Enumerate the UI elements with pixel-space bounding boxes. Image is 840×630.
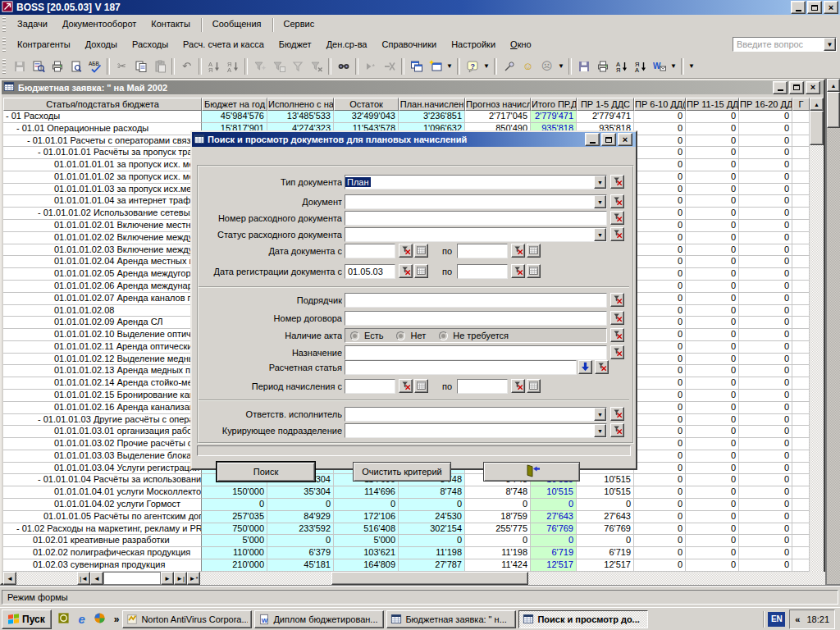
value-cell[interactable]: 0 bbox=[634, 184, 686, 196]
window-close-button[interactable]: × bbox=[806, 81, 820, 94]
menu-item[interactable]: Контакты bbox=[144, 16, 198, 32]
horizontal-scrollbar-thumb[interactable] bbox=[331, 572, 528, 585]
value-cell[interactable]: 10'515 bbox=[577, 486, 634, 499]
value-cell[interactable]: 0 bbox=[686, 220, 739, 232]
value-cell[interactable]: 0 bbox=[686, 511, 739, 523]
budget-item-cell[interactable]: 01.01.01.01.02 за пропуск исх. ме bbox=[3, 171, 202, 184]
value-cell[interactable]: 8'748 bbox=[465, 486, 531, 499]
scrollbar-thumb[interactable] bbox=[810, 111, 824, 145]
budget-item-cell[interactable]: 01.01.01.02.07 Аренда каналов пе bbox=[3, 293, 202, 305]
budget-item-cell[interactable]: - 01.02 Расходы на маркетинг, рекламу и … bbox=[3, 523, 202, 536]
clear-criteria-button[interactable]: Очистить критерий bbox=[353, 462, 451, 482]
column-header[interactable]: ПР 6-10 ДД( bbox=[634, 98, 686, 111]
new-record-icon[interactable]: ►* bbox=[187, 572, 200, 585]
filter-form-button[interactable] bbox=[269, 57, 288, 75]
menu-item[interactable]: Документооборот bbox=[55, 16, 144, 32]
menu-item[interactable]: Расч. счета и касса bbox=[176, 36, 272, 52]
clear-field-button[interactable] bbox=[610, 423, 624, 437]
value-cell[interactable]: 27'643 bbox=[531, 511, 577, 523]
value-cell[interactable]: 0 bbox=[686, 438, 739, 450]
clear-field-button[interactable] bbox=[610, 407, 624, 421]
record-number-box[interactable] bbox=[103, 572, 161, 585]
scroll-left-icon[interactable]: ◄ bbox=[3, 572, 16, 585]
value-cell[interactable]: 0 bbox=[739, 329, 792, 341]
app-close-button[interactable]: × bbox=[824, 1, 838, 14]
value-cell[interactable]: 0 bbox=[634, 511, 686, 523]
value-cell[interactable]: 110'000 bbox=[202, 547, 267, 559]
value-cell[interactable]: 0 bbox=[686, 232, 739, 244]
dropdown-button[interactable]: ▼ bbox=[556, 57, 566, 75]
toolbar-grip[interactable] bbox=[2, 59, 6, 74]
column-header[interactable]: Исполнено с нач bbox=[267, 98, 334, 111]
grid-vertical-scrollbar[interactable]: ▲ bbox=[810, 98, 824, 572]
value-cell[interactable]: 0 bbox=[686, 474, 739, 486]
value-cell[interactable]: 0 bbox=[686, 171, 739, 184]
value-cell[interactable]: 0 bbox=[267, 535, 334, 547]
budget-item-cell[interactable]: 01.02.02 полиграфическая продукция bbox=[3, 547, 202, 559]
budget-item-cell[interactable]: 01.01.01.02.16 Аренда канализац bbox=[3, 402, 202, 414]
find-button[interactable] bbox=[334, 57, 353, 75]
clear-field-button[interactable] bbox=[610, 328, 624, 342]
print-preview-button[interactable] bbox=[66, 57, 85, 75]
value-cell[interactable]: 0 bbox=[634, 559, 686, 572]
menu-item[interactable]: Бюджет bbox=[272, 36, 319, 52]
budget-item-cell[interactable]: - 01 Расходы bbox=[3, 111, 202, 123]
combo-field[interactable]: План▼ bbox=[345, 175, 607, 189]
chevron-down-icon[interactable]: ▼ bbox=[824, 38, 836, 51]
value-cell[interactable]: 750'000 bbox=[202, 523, 267, 536]
clear-field-button[interactable] bbox=[610, 345, 624, 359]
calendar-button[interactable] bbox=[527, 379, 541, 393]
value-cell[interactable]: 0 bbox=[634, 486, 686, 499]
menu-item[interactable]: Задачи bbox=[10, 16, 55, 32]
window-vertical-scrollbar[interactable]: ▲ bbox=[827, 79, 840, 584]
value-cell[interactable]: 18'759 bbox=[465, 511, 531, 523]
value-cell[interactable]: 0 bbox=[634, 329, 686, 341]
value-cell[interactable]: 0 bbox=[686, 244, 739, 257]
value-cell[interactable]: 0 bbox=[399, 499, 465, 511]
pushpin-button[interactable] bbox=[500, 57, 518, 75]
value-cell[interactable]: 0 bbox=[739, 390, 792, 402]
value-cell[interactable]: 0 bbox=[634, 438, 686, 450]
table-row[interactable]: - 01 Расходы45'984'57613'485'53332'499'0… bbox=[3, 111, 810, 123]
value-cell[interactable]: 2'779'471 bbox=[577, 111, 634, 123]
report-find-button[interactable] bbox=[29, 57, 48, 75]
clear-field-button[interactable] bbox=[610, 293, 624, 307]
budget-item-cell[interactable]: 01.01.01.02.04 Аренда местных вы bbox=[3, 256, 202, 268]
budget-item-cell[interactable]: 01.01.01.02.08 bbox=[3, 305, 202, 317]
value-cell[interactable]: 0 bbox=[634, 293, 686, 305]
value-cell[interactable]: 0 bbox=[634, 244, 686, 257]
text-field[interactable]: 01.05.03 bbox=[345, 264, 395, 279]
value-cell[interactable]: 0 bbox=[739, 523, 792, 536]
clear-date-button[interactable] bbox=[399, 379, 413, 393]
table-row[interactable]: 01.02.03 сувенирная продукция210'00045'1… bbox=[3, 559, 810, 572]
sort-desc-button[interactable]: ЯА bbox=[631, 57, 650, 75]
value-cell[interactable]: 0 bbox=[739, 426, 792, 438]
value-cell[interactable]: 516'408 bbox=[334, 523, 399, 536]
column-header[interactable]: Бюджет на год bbox=[202, 98, 267, 111]
budget-item-cell[interactable]: 01.01.01.01.03 за пропуск исх.ме bbox=[3, 184, 202, 196]
save-button[interactable] bbox=[10, 57, 29, 75]
value-cell[interactable]: 0 bbox=[686, 390, 739, 402]
value-cell[interactable]: 0 bbox=[686, 523, 739, 536]
value-cell[interactable]: 32'499'043 bbox=[334, 111, 399, 123]
spellcheck-button[interactable]: АБВ bbox=[85, 57, 104, 75]
value-cell[interactable]: 0 bbox=[267, 499, 334, 511]
menu-item[interactable]: Контрагенты bbox=[10, 36, 78, 52]
value-cell[interactable]: 0 bbox=[686, 329, 739, 341]
sort-desc-button[interactable]: ЯА bbox=[223, 57, 242, 75]
value-cell[interactable]: 0 bbox=[739, 111, 792, 123]
menu-item[interactable]: Сервис bbox=[276, 16, 322, 32]
value-cell[interactable]: 172'106 bbox=[334, 511, 399, 523]
calendar-button[interactable] bbox=[414, 244, 428, 258]
value-cell[interactable]: 0 bbox=[634, 547, 686, 559]
start-button[interactable]: Пуск bbox=[2, 609, 52, 629]
search-button[interactable]: Поиск bbox=[217, 462, 315, 482]
value-cell[interactable]: 0 bbox=[739, 450, 792, 463]
budget-item-cell[interactable]: - 01.01.01.04 Расчёты за использование bbox=[3, 474, 202, 486]
value-cell[interactable]: 0 bbox=[634, 365, 686, 377]
filter-wizard-button[interactable] bbox=[250, 57, 269, 75]
first-record-icon[interactable]: |◄ bbox=[77, 572, 90, 585]
text-field[interactable] bbox=[345, 311, 607, 326]
prev-record-icon[interactable]: ◄ bbox=[90, 572, 103, 585]
value-cell[interactable]: 6'719 bbox=[577, 547, 634, 559]
